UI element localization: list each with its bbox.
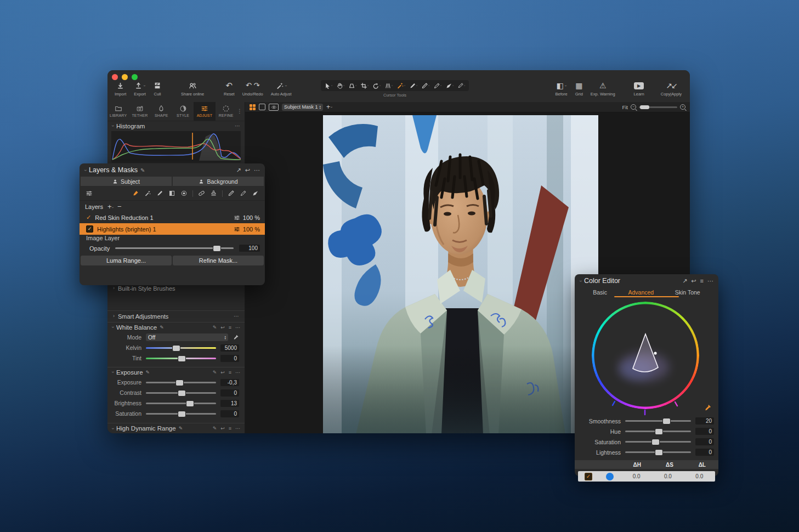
mask-selector[interactable]: Subject Mask 1 ▴▾ <box>282 104 323 111</box>
pick-color-icon[interactable] <box>704 404 712 412</box>
ce-reset-icon[interactable]: ↩ <box>691 278 696 285</box>
histogram-header[interactable]: ›Histogram ⋯ <box>107 121 245 131</box>
ce-saturation-value[interactable]: 0 <box>695 438 714 445</box>
hdr-brush-icon[interactable]: ✎ <box>179 426 183 431</box>
maximize-window-button[interactable] <box>132 74 138 80</box>
zoom-out-icon[interactable]: − <box>631 104 636 110</box>
erase-mask-icon[interactable] <box>228 190 235 197</box>
tab-background[interactable]: Background <box>173 177 264 186</box>
before-button[interactable]: ◧› Before <box>552 81 571 97</box>
exposure-slider[interactable] <box>146 382 216 383</box>
remove-layer-button[interactable]: − <box>117 204 122 210</box>
lightness-slider[interactable] <box>625 451 691 453</box>
exposure-warning-button[interactable]: ⚠ Exp. Warning <box>587 81 619 97</box>
exp-preset-icon[interactable]: ≡ <box>229 370 231 375</box>
opacity-slider[interactable] <box>115 247 234 249</box>
magic-brush-tool[interactable]: › <box>396 82 406 89</box>
hdr-pick-icon[interactable]: ✎ <box>213 426 217 431</box>
white-balance-brush-icon[interactable]: ✎ <box>160 325 164 330</box>
ai-magic-brush-icon[interactable] <box>156 190 163 197</box>
copy-apply-button[interactable]: ↗↙ Copy|Apply <box>657 81 685 97</box>
minimize-window-button[interactable] <box>122 74 128 80</box>
kelvin-slider[interactable] <box>146 347 216 349</box>
layer-row-highlights[interactable]: ✓ Highlights (brighten) 1 100 % <box>80 223 265 235</box>
heal-tool[interactable]: › <box>433 82 442 89</box>
tab-adjust[interactable]: ADJUST <box>194 102 215 121</box>
wb-preset-icon[interactable]: ≡ <box>229 325 231 330</box>
learn-button[interactable]: ▶ Learn <box>630 81 648 97</box>
lightness-value[interactable]: 0 <box>695 449 714 456</box>
saturation-slider[interactable] <box>146 413 216 415</box>
tab-tether[interactable]: TETHER <box>129 102 150 121</box>
heal-mask-icon[interactable] <box>198 190 205 197</box>
tint-slider[interactable] <box>146 358 216 359</box>
tab-skin-tone[interactable]: Skin Tone <box>675 289 700 296</box>
tab-library[interactable]: LIBRARY <box>107 102 129 121</box>
smart-adjustments-header[interactable]: › Smart Adjustments ⋯ <box>107 310 245 322</box>
color-wheel-selection[interactable] <box>575 297 718 416</box>
layers-menu-icon[interactable]: ⋯ <box>254 167 260 174</box>
tab-advanced[interactable]: Advanced <box>628 289 654 296</box>
layer-row-image-layer[interactable]: Image Layer <box>80 235 265 241</box>
zoom-slider[interactable] <box>639 106 677 108</box>
exp-reset-icon[interactable]: ↩ <box>220 370 225 375</box>
layer-checkbox[interactable]: ✓ <box>86 225 93 233</box>
wb-reset-icon[interactable]: ↩ <box>220 325 225 330</box>
saturation-value[interactable]: 0 <box>220 410 239 417</box>
opacity-value[interactable]: 100 <box>239 245 260 252</box>
white-balance-header[interactable]: › White Balance ✎ ✎↩≡⋯ <box>107 322 245 332</box>
close-window-button[interactable] <box>112 74 118 80</box>
zoom-in-icon[interactable]: + <box>680 104 685 110</box>
kelvin-value[interactable]: 5000 <box>220 344 239 352</box>
radial-gradient-mask-icon[interactable] <box>180 190 188 197</box>
smoothness-slider[interactable] <box>625 420 691 422</box>
tab-overflow-menu[interactable]: ⋮ <box>237 102 245 121</box>
ce-preset-icon[interactable]: ≡ <box>700 278 704 284</box>
import-button[interactable]: Import <box>111 81 130 97</box>
add-layer-button[interactable]: +› <box>107 204 113 210</box>
color-editor-header[interactable]: › Color Editor ↗ ↩ ≡ ⋯ <box>575 274 718 286</box>
tint-value[interactable]: 0 <box>220 355 239 362</box>
straighten-tool[interactable]: › <box>384 82 393 89</box>
ce-menu-icon[interactable]: ⋯ <box>707 278 713 285</box>
clone-tool[interactable]: › <box>445 82 454 89</box>
wb-pick-icon[interactable]: ✎ <box>213 325 217 330</box>
export-button[interactable]: › Export <box>130 81 150 97</box>
layers-expand-icon[interactable]: ↗ <box>236 167 241 174</box>
cull-button[interactable]: Cull <box>150 81 165 97</box>
draw-mask-brush-icon[interactable] <box>132 190 139 197</box>
clone-stamp-icon[interactable] <box>210 190 217 197</box>
hue-value[interactable]: 0 <box>695 428 714 435</box>
exposure-value[interactable]: -0,3 <box>220 379 239 386</box>
layers-panel-header[interactable]: › Layers & Masks ✎ ↗ ↩ ⋯ <box>80 163 265 176</box>
contrast-value[interactable]: 0 <box>220 389 239 397</box>
brightness-slider[interactable] <box>146 403 216 404</box>
tab-style[interactable]: STYLE <box>172 102 194 121</box>
crop-tool[interactable]: › <box>360 82 369 89</box>
blend-sliders-icon[interactable] <box>86 190 93 197</box>
hdr-reset-icon[interactable]: ↩ <box>220 426 225 431</box>
undo-redo-buttons[interactable]: ↶ ↷ Undo/Redo <box>239 81 267 97</box>
histogram-menu-icon[interactable]: ⋯ <box>235 123 240 129</box>
tab-refine[interactable]: REFINE <box>216 102 237 121</box>
select-tool[interactable]: › <box>324 82 333 89</box>
ce-expand-icon[interactable]: ↗ <box>682 278 687 285</box>
keystone-tool[interactable]: › <box>348 82 357 89</box>
layers-brush-icon[interactable]: ✎ <box>140 167 145 173</box>
exp-pick-icon[interactable]: ✎ <box>213 370 217 375</box>
brightness-value[interactable]: 13 <box>220 400 239 407</box>
tab-basic[interactable]: Basic <box>593 289 607 296</box>
wb-menu-icon[interactable]: ⋯ <box>235 325 240 330</box>
layers-reset-icon[interactable]: ↩ <box>245 167 250 174</box>
pan-tool[interactable]: › <box>336 82 345 89</box>
wb-mode-select[interactable]: Off ▴▾ <box>146 333 228 341</box>
hdr-header[interactable]: › High Dynamic Range ✎ ✎↩≡⋯ <box>107 423 245 433</box>
layer-row-red-skin[interactable]: ✓ Red Skin Reduction 1 100 % <box>80 212 265 223</box>
linear-gradient-mask-icon[interactable] <box>168 190 175 197</box>
luma-range-button[interactable]: Luma Range... <box>81 256 172 265</box>
exposure-header[interactable]: › Exposure ✎ ✎↩≡⋯ <box>107 367 245 377</box>
smart-adjustments-menu-icon[interactable]: ⋯ <box>234 313 239 319</box>
selection-checkbox[interactable]: ✓ <box>585 473 592 480</box>
multi-view-icon[interactable] <box>250 104 256 110</box>
proof-view-icon[interactable] <box>269 104 279 111</box>
